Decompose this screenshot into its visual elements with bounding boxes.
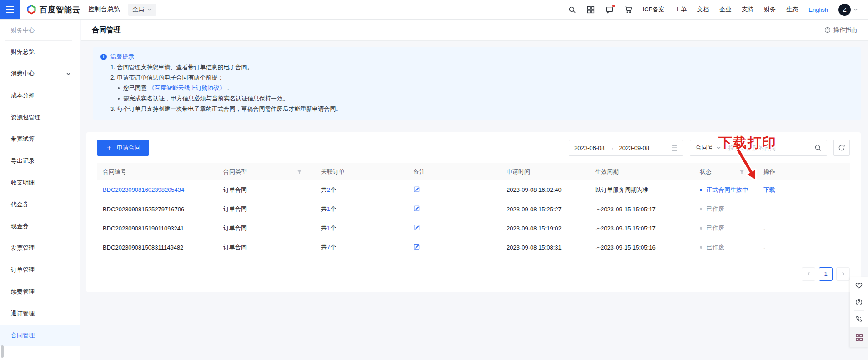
contract-type: 订单合同 [223,244,247,250]
edit-note-icon[interactable] [413,224,420,231]
bullet-dot [118,98,120,100]
search-icon [814,144,822,151]
effective-period: -~2023-09-15 15:05:16 [595,244,656,251]
pagination-next-button[interactable] [836,267,850,281]
favorite-heart-icon[interactable] [850,277,868,294]
chevron-down-icon [147,7,152,12]
logo-hexagon-icon [26,5,36,15]
table-row: BDC202309081519011093241 订单合同 共1个 2023-0… [97,219,850,238]
contract-id-link[interactable]: BDC202309081602398205434 [103,186,184,193]
page-title: 合同管理 [92,25,121,35]
edit-note-icon[interactable] [413,186,420,193]
notification-badge [612,5,615,7]
sidebar-item-contract-mgmt[interactable]: 合同管理 [0,325,80,346]
language-switch[interactable]: English [808,6,828,13]
filter-funnel-icon[interactable] [297,170,302,175]
column-header-apply-time: 申请时间 [501,163,590,180]
date-range-picker[interactable]: 2023-06-08 → 2023-09-08 [569,140,683,156]
nav-link-enterprise[interactable]: 企业 [719,5,731,14]
sidebar-item-cash-coupons[interactable]: 现金券 [0,215,80,237]
action-placeholder: - [763,225,765,232]
action-placeholder: - [763,206,765,213]
sidebar-item-income-expense[interactable]: 收支明细 [0,172,80,194]
sidebar-section-title: 财务中心 [0,20,80,40]
search-icon[interactable] [568,5,577,14]
sidebar-item-bandwidth-calc[interactable]: 带宽试算 [0,128,80,150]
page-header: 合同管理 操作指南 [81,20,868,41]
brand-name: 百度智能云 [40,5,80,15]
chevron-left-icon [806,271,811,276]
date-start-value[interactable]: 2023-06-08 [574,145,605,151]
toolbar-filters: 2023-06-08 → 2023-09-08 合同号 [569,140,850,156]
menu-hamburger-icon[interactable] [0,0,20,19]
cart-icon[interactable] [624,5,632,14]
pagination: 1 [97,267,850,281]
notice-line-3: 3. 每个订单只支持创建一次带电子章的正式合同，草稿合同需作废后才能重新申请合同… [100,104,853,114]
contract-type: 订单合同 [223,186,247,193]
sidebar-item-export-records[interactable]: 导出记录 [0,150,80,172]
nav-link-icp[interactable]: ICP备案 [643,5,665,14]
sidebar-item-order-mgmt[interactable]: 订单管理 [0,259,80,281]
phone-icon[interactable] [850,311,868,327]
notice-bullet-2: 需完成实名认证，甲方信息必须与当前实名认证信息保持一致。 [100,93,853,104]
effective-period: -~2023-09-15 15:05:17 [595,225,656,232]
nav-link-support[interactable]: 支持 [742,5,753,14]
sidebar-item-renewal-mgmt[interactable]: 续费管理 [0,281,80,303]
sidebar-item-invoice-mgmt[interactable]: 发票管理 [0,237,80,259]
sidebar-item-finance-overview[interactable]: 财务总览 [0,41,80,63]
sidebar-item-unsubscribe-mgmt[interactable]: 退订管理 [0,303,80,325]
pagination-page-1[interactable]: 1 [819,267,833,281]
help-circle-icon[interactable] [850,294,868,310]
console-overview-link[interactable]: 控制台总览 [88,5,120,14]
nav-link-tickets[interactable]: 工单 [675,5,687,14]
purchase-agreement-link[interactable]: 《百度智能云线上订购协议》 [149,83,226,93]
table-row: BDC202309081508311149482 订单合同 共7个 2023-0… [97,238,850,257]
apply-time: 2023-09-08 15:19:02 [507,225,562,232]
apply-contract-button[interactable]: ＋ 申请合同 [97,140,149,156]
column-header-effective-period: 生效周期 [590,163,694,180]
avatar[interactable]: Z [838,4,851,16]
nav-link-finance[interactable]: 财务 [764,5,776,14]
refresh-button[interactable] [833,140,850,156]
console-screen: 百度智能云 控制台总览 全局 ICP备案 工单 文档 企业 支 [0,0,868,360]
edit-note-icon[interactable] [413,205,420,212]
column-header-actions: 操作 [758,163,850,180]
operation-guide-link[interactable]: 操作指南 [824,26,857,34]
refresh-icon [838,144,845,151]
search-submit-button[interactable] [809,140,827,155]
qr-grid-icon[interactable] [850,327,868,347]
edit-note-icon[interactable] [413,243,420,250]
effective-period: -~2023-09-15 15:05:17 [595,206,656,213]
date-end-value[interactable]: 2023-09-08 [619,145,650,151]
sidebar-item-cost-allocation[interactable]: 成本分摊 [0,85,80,106]
nav-link-docs[interactable]: 文档 [697,5,709,14]
region-selector[interactable]: 全局 [128,4,156,16]
message-icon[interactable] [606,5,614,14]
column-header-note: 备注 [408,163,501,180]
download-link[interactable]: 下载 [763,186,775,193]
info-icon: i [100,54,107,60]
help-circle-icon [824,27,831,33]
notice-line-2: 2. 申请带订单信息的电子合同有两个前提： [100,72,853,83]
apps-grid-icon[interactable] [587,5,595,14]
action-placeholder: - [763,244,765,251]
pagination-prev-button[interactable] [802,267,815,281]
effective-period: 以订单服务周期为准 [595,186,648,193]
status-badge: 已作废 [707,225,724,231]
scrollbar-thumb[interactable] [1,345,4,358]
sidebar-item-resource-packages[interactable]: 资源包管理 [0,106,80,128]
contract-id: BDC202309081508311149482 [103,244,183,251]
status-dot [700,246,702,249]
sidebar-item-vouchers[interactable]: 代金券 [0,194,80,215]
main-content: 合同管理 操作指南 i 温馨提示 1. 合同管理支持您申请、查看带订单信息的电子… [81,20,868,360]
sidebar-item-consumption-center[interactable]: 消费中心 [0,63,80,85]
table-row: BDC202309081525279716706 订单合同 共1个 2023-0… [97,200,850,219]
floating-toolbar [850,277,868,347]
status-dot [700,227,702,230]
brand-logo[interactable]: 百度智能云 [26,5,80,15]
annotation-arrow [728,149,765,185]
plus-icon: ＋ [105,144,113,151]
status-badge: 正式合同生效中 [707,186,748,193]
nav-link-ecosystem[interactable]: 生态 [786,5,798,14]
account-menu[interactable]: Z [838,4,858,16]
